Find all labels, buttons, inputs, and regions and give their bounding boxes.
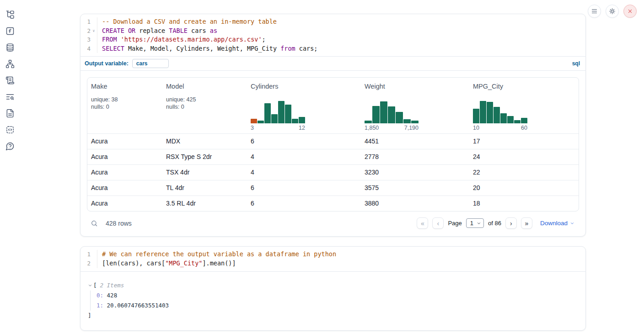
fold-marker (91, 17, 97, 26)
axis-min-label: 3 (251, 125, 254, 131)
last-page-button[interactable]: » (521, 217, 532, 229)
histogram-bar (473, 109, 479, 123)
histogram-axis: 1060 (473, 125, 527, 131)
python-code-editor[interactable]: 1# We can reference the output variable … (80, 247, 585, 271)
code-text: SELECT Make, Model, Cylinders, Weight, M… (97, 44, 585, 53)
line-number: 3 (80, 35, 91, 44)
histogram-axis: 312 (251, 125, 305, 131)
sidebar-item-datasources[interactable] (5, 43, 15, 52)
sidebar-item-documentation[interactable] (5, 109, 15, 118)
menu-icon (591, 8, 598, 15)
shutdown-button[interactable] (623, 5, 637, 18)
column-name: Model (166, 83, 243, 90)
table-cell: MDX (162, 134, 247, 149)
code-text: # We can reference the output variable a… (97, 250, 585, 259)
gear-icon (609, 8, 616, 15)
output-variable-input[interactable]: cars (132, 59, 169, 68)
table-cell: 3575 (361, 180, 469, 196)
column-name: MPG_City (473, 83, 575, 90)
column-histogram: 1060 (473, 100, 527, 131)
histogram-bars (251, 100, 305, 123)
column-header-cylinders[interactable]: Cylinders312 (247, 78, 361, 133)
code-line[interactable]: 2[len(cars), cars["MPG_City"].mean()] (80, 259, 585, 268)
table-row[interactable]: AcuraMDX6445117 (87, 133, 579, 149)
table-footer: 428 rows « ‹ Page 1 of 86 › » Download (80, 211, 585, 236)
chevron-down-icon (88, 283, 92, 288)
table-cell: 20 (469, 180, 579, 196)
help-icon (5, 142, 15, 151)
sidebar-item-files[interactable] (5, 10, 15, 19)
table-row[interactable]: Acura3.5 RL 4dr6388018 (87, 196, 579, 211)
download-button[interactable]: Download (540, 220, 574, 227)
table-row[interactable]: AcuraRSX Type S 2dr4277824 (87, 149, 579, 164)
axis-max-label: 7,190 (404, 125, 419, 131)
code-line[interactable]: 3FROM 'https://datasets.marimo.app/cars.… (80, 35, 585, 44)
dataframe-table: Makeunique: 38nulls: 0Modelunique: 425nu… (87, 77, 579, 211)
table-cell: 6 (247, 196, 361, 211)
file-tree-icon (5, 10, 15, 19)
code-line[interactable]: 2∨CREATE OR replace TABLE cars as (80, 26, 585, 36)
column-header-make[interactable]: Makeunique: 38nulls: 0 (87, 78, 162, 133)
tree-summary: 2 Items (100, 280, 124, 291)
code-line[interactable]: 4SELECT Make, Model, Cylinders, Weight, … (80, 44, 585, 53)
notebook: 1-- Download a CSV and create an in-memo… (80, 14, 586, 331)
histogram-bar (403, 119, 411, 123)
tree-collapse-toggle[interactable] (88, 283, 92, 288)
menu-button[interactable] (588, 5, 601, 18)
tree-item: 1: 20.060747663551403 (97, 301, 578, 311)
table-cell: 4 (247, 149, 361, 164)
language-badge: sql (572, 60, 580, 67)
histogram-bar (396, 112, 403, 123)
sidebar-item-help[interactable] (5, 142, 15, 151)
dependency-graph-icon (5, 59, 15, 69)
chevron-down-icon (570, 221, 574, 226)
tree-header: [2 Items (88, 280, 578, 291)
histogram-axis: 1,8507,190 (365, 125, 419, 131)
prev-page-button[interactable]: ‹ (432, 217, 444, 229)
fold-marker[interactable]: ∨ (91, 26, 97, 36)
page-select[interactable]: 1 (466, 218, 484, 228)
axis-max-label: 60 (521, 125, 527, 131)
table-cell: 18 (469, 196, 579, 211)
table-cell: 3880 (361, 196, 469, 211)
table-row[interactable]: AcuraTL 4dr6357520 (87, 180, 579, 196)
column-header-mpg_city[interactable]: MPG_City1060 (469, 78, 579, 133)
sidebar-item-logs[interactable] (5, 92, 15, 101)
fold-marker (91, 44, 97, 53)
sidebar-item-snippets[interactable] (5, 125, 15, 134)
column-stat: nulls: 0 (166, 103, 243, 111)
sidebar-item-variables[interactable] (5, 26, 15, 36)
table-cell: Acura (87, 165, 162, 180)
histogram-bar (292, 119, 298, 123)
histogram-bars (365, 100, 419, 123)
histogram-bar (285, 105, 291, 123)
search-icon (91, 220, 98, 227)
histogram-bar (494, 107, 500, 123)
table-cell: 17 (469, 134, 579, 149)
code-line[interactable]: 1# We can reference the output variable … (80, 250, 585, 259)
column-header-weight[interactable]: Weight1,8507,190 (361, 78, 469, 133)
histogram-bar (251, 119, 257, 123)
axis-max-label: 12 (299, 125, 305, 131)
line-number: 4 (80, 44, 91, 53)
code-line[interactable]: 1-- Download a CSV and create an in-memo… (80, 17, 585, 26)
histogram-bar (380, 101, 387, 123)
column-header-model[interactable]: Modelunique: 425nulls: 0 (162, 78, 247, 133)
column-histogram: 312 (251, 100, 305, 131)
page-label: Page (448, 220, 462, 227)
page-select-value: 1 (470, 220, 473, 227)
pagination: « ‹ Page 1 of 86 › » (417, 217, 532, 229)
sidebar-item-scratchpad[interactable] (5, 76, 15, 85)
sql-cell: 1-- Download a CSV and create an in-memo… (80, 14, 586, 237)
logs-search-icon (5, 92, 15, 101)
table-search-button[interactable] (91, 220, 98, 227)
settings-button[interactable] (606, 5, 619, 18)
table-row[interactable]: AcuraTSX 4dr4323022 (87, 164, 579, 180)
column-histogram: 1,8507,190 (365, 100, 419, 131)
line-number: 2 (80, 26, 91, 36)
next-page-button[interactable]: › (505, 217, 517, 229)
sidebar-item-dependencies[interactable] (5, 59, 15, 69)
sql-code-editor[interactable]: 1-- Download a CSV and create an in-memo… (80, 14, 585, 56)
first-page-button[interactable]: « (417, 217, 428, 229)
histogram-bar (264, 103, 271, 123)
